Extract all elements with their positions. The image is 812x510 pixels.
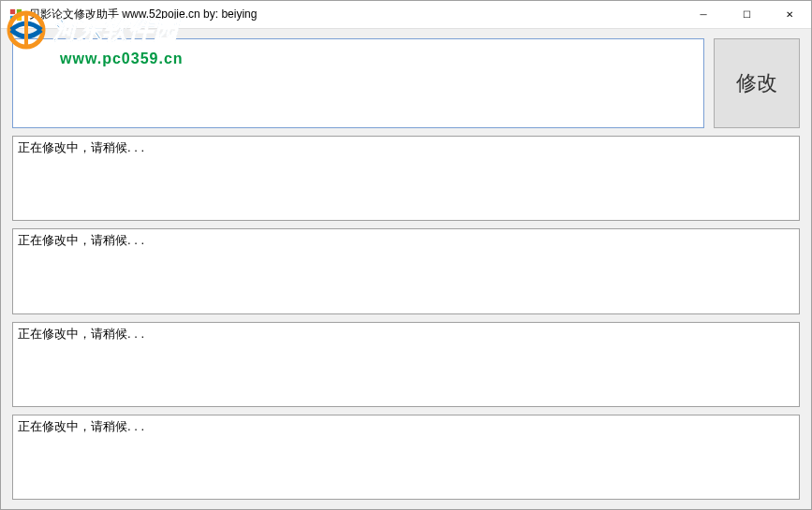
minimize-button[interactable]: ─ — [682, 1, 725, 28]
client-area: 修改 正在修改中，请稍候. . . 正在修改中，请稍候. . . 正在修改中，请… — [1, 29, 811, 509]
input-textarea[interactable] — [12, 38, 704, 128]
output-box-2[interactable]: 正在修改中，请稍候. . . — [12, 228, 800, 313]
svg-rect-5 — [17, 15, 22, 20]
output-box-1[interactable]: 正在修改中，请稍候. . . — [12, 136, 800, 221]
output-text: 正在修改中，请稍候. . . — [18, 327, 144, 341]
output-box-3[interactable]: 正在修改中，请稍候. . . — [12, 322, 800, 407]
svg-rect-3 — [17, 8, 22, 13]
app-icon — [8, 7, 23, 22]
maximize-button[interactable]: ☐ — [725, 1, 768, 28]
close-button[interactable]: ✕ — [768, 1, 811, 28]
input-row: 修改 — [12, 38, 800, 128]
titlebar[interactable]: 贝影论文修改助手 www.52pojie.cn by: beiying ─ ☐ … — [1, 1, 811, 29]
output-text: 正在修改中，请稍候. . . — [18, 140, 144, 154]
window-title: 贝影论文修改助手 www.52pojie.cn by: beiying — [29, 7, 682, 22]
output-text: 正在修改中，请稍候. . . — [18, 419, 144, 433]
modify-button[interactable]: 修改 — [714, 38, 800, 128]
application-window: 贝影论文修改助手 www.52pojie.cn by: beiying ─ ☐ … — [0, 0, 812, 510]
window-controls: ─ ☐ ✕ — [682, 1, 811, 28]
output-box-4[interactable]: 正在修改中，请稍候. . . — [12, 415, 800, 500]
output-text: 正在修改中，请稍候. . . — [18, 233, 144, 247]
svg-rect-4 — [10, 15, 15, 20]
svg-rect-2 — [10, 8, 15, 13]
